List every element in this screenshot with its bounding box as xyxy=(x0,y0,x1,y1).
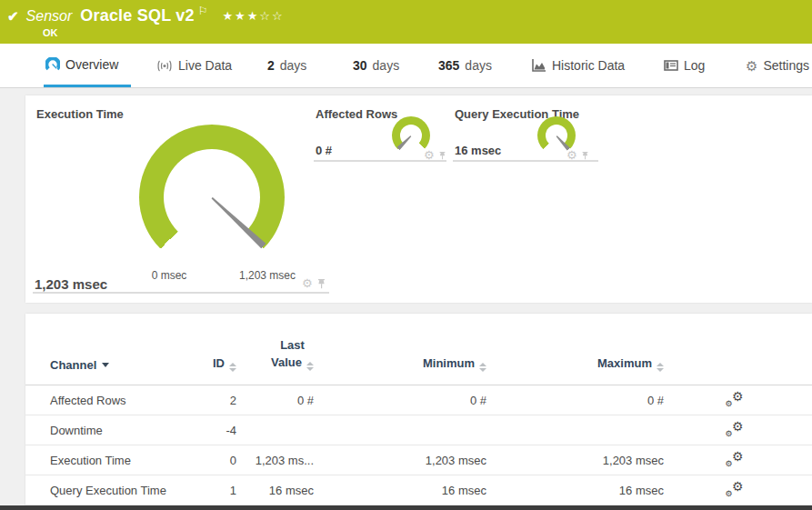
tab-overview-label: Overview xyxy=(65,57,118,72)
tab-overview[interactable]: Overview xyxy=(44,44,131,87)
tab-2-days-number: 2 xyxy=(267,58,275,73)
channel-id: 2 xyxy=(186,394,236,407)
tab-log[interactable]: Log xyxy=(664,44,705,87)
historic-data-icon xyxy=(532,59,546,72)
channel-last-value: 0 # xyxy=(236,394,314,407)
gauge-current-value: 16 msec xyxy=(455,144,501,157)
priority-stars[interactable]: ★★★☆☆ xyxy=(222,9,284,23)
bottom-strip xyxy=(0,505,812,510)
table-row[interactable]: Downtime -4 ⚙⚙ xyxy=(25,415,812,445)
gauge-current-value: 1,203 msec xyxy=(35,276,107,292)
gauge-icon xyxy=(45,57,60,72)
sort-icon xyxy=(306,362,314,371)
sensor-titlebar: ✔ Sensor Oracle SQL v2 ⚐ ★★★☆☆ OK xyxy=(0,0,812,44)
channel-id: -4 xyxy=(186,424,236,437)
tab-30-days-number: 30 xyxy=(353,58,367,73)
stars-filled: ★★★ xyxy=(222,9,259,23)
table-row[interactable]: Query Execution Time 1 16 msec 16 msec 1… xyxy=(25,475,812,505)
channel-settings-icon[interactable]: ⚙⚙ xyxy=(726,391,744,407)
panel-divider xyxy=(314,160,446,162)
channel-maximum: 0 # xyxy=(486,394,664,407)
channel-settings-icon[interactable]: ⚙⚙ xyxy=(726,421,744,437)
channel-settings-icon[interactable]: ⚙⚙ xyxy=(726,481,744,497)
header-last-value[interactable]: LastValue xyxy=(236,337,314,385)
pin-icon[interactable] xyxy=(438,151,446,160)
page-title: Oracle SQL v2 xyxy=(80,6,194,25)
tab-settings[interactable]: ⚙ Settings xyxy=(746,44,809,87)
execution-time-gauge xyxy=(139,125,285,270)
table-row[interactable]: Affected Rows 2 0 # 0 # 0 # ⚙⚙ xyxy=(25,385,812,415)
channel-id: 1 xyxy=(186,484,236,497)
tab-log-label: Log xyxy=(684,58,705,73)
channel-last-value: 16 msec xyxy=(236,484,314,497)
gauge-scale-min: 0 msec xyxy=(142,269,196,282)
panel-divider xyxy=(453,160,598,162)
channel-id: 0 xyxy=(186,454,236,467)
log-icon xyxy=(664,60,678,71)
channel-table-card: Channel ID LastValue Minimum Maximum Aff… xyxy=(25,314,812,506)
tab-365-days[interactable]: 365 days xyxy=(438,44,492,87)
table-row[interactable]: Execution Time 0 1,203 ms... 1,203 msec … xyxy=(25,445,812,475)
gauge-current-value: 0 # xyxy=(316,144,332,157)
sort-icon xyxy=(229,363,236,372)
channel-minimum: 16 msec xyxy=(314,484,486,497)
stars-empty: ☆☆ xyxy=(259,9,284,23)
tab-historic-data[interactable]: Historic Data xyxy=(532,44,625,87)
tab-365-days-number: 365 xyxy=(438,58,459,73)
gauge-panel-title: Affected Rows xyxy=(316,107,397,121)
tab-live-data[interactable]: Live Data xyxy=(156,44,232,87)
tab-bar: Overview Live Data 2 days 30 days 365 da… xyxy=(0,44,812,88)
gauges-card: Execution Time 0 msec 1,203 msec 1,203 m… xyxy=(25,95,812,303)
header-id[interactable]: ID xyxy=(186,356,236,385)
header-maximum[interactable]: Maximum xyxy=(486,356,664,385)
sort-icon xyxy=(479,363,486,372)
header-channel[interactable]: Channel xyxy=(50,358,186,385)
sort-desc-icon xyxy=(102,363,109,367)
channel-minimum: 0 # xyxy=(314,394,486,407)
tab-30-days[interactable]: 30 days xyxy=(353,44,399,87)
channel-maximum: 16 msec xyxy=(486,484,664,497)
pin-icon[interactable] xyxy=(316,278,326,289)
status-badge: OK xyxy=(43,27,812,38)
channel-last-value: 1,203 ms... xyxy=(236,454,314,467)
channel-minimum: 1,203 msec xyxy=(314,454,486,467)
priority-flag-icon[interactable]: ⚐ xyxy=(198,5,208,17)
channel-name: Execution Time xyxy=(50,454,186,467)
object-type-label: Sensor xyxy=(26,8,73,25)
gauge-settings-gear-icon[interactable]: ⚙ xyxy=(302,277,313,289)
settings-gear-icon: ⚙ xyxy=(746,59,757,73)
live-data-icon xyxy=(156,60,173,72)
tab-2-days-unit: days xyxy=(280,58,307,73)
tab-30-days-unit: days xyxy=(373,58,400,73)
tab-live-data-label: Live Data xyxy=(178,58,232,73)
status-check-icon: ✔ xyxy=(7,8,19,25)
channel-table-header: Channel ID LastValue Minimum Maximum xyxy=(25,314,812,385)
gauge-scale-max: 1,203 msec xyxy=(231,269,304,282)
pin-icon[interactable] xyxy=(581,151,589,160)
tab-settings-label: Settings xyxy=(763,58,809,73)
tab-historic-data-label: Historic Data xyxy=(552,58,625,73)
channel-name: Affected Rows xyxy=(50,394,186,407)
panel-divider xyxy=(33,292,329,294)
channel-name: Downtime xyxy=(50,424,186,437)
gauge-panel-title: Execution Time xyxy=(36,107,124,121)
header-minimum[interactable]: Minimum xyxy=(314,356,486,385)
channel-maximum: 1,203 msec xyxy=(486,454,664,467)
tab-2-days[interactable]: 2 days xyxy=(267,44,306,87)
channel-settings-icon[interactable]: ⚙⚙ xyxy=(726,451,744,467)
sort-icon xyxy=(657,363,664,372)
channel-name: Query Execution Time xyxy=(50,484,186,497)
tab-365-days-unit: days xyxy=(465,58,492,73)
